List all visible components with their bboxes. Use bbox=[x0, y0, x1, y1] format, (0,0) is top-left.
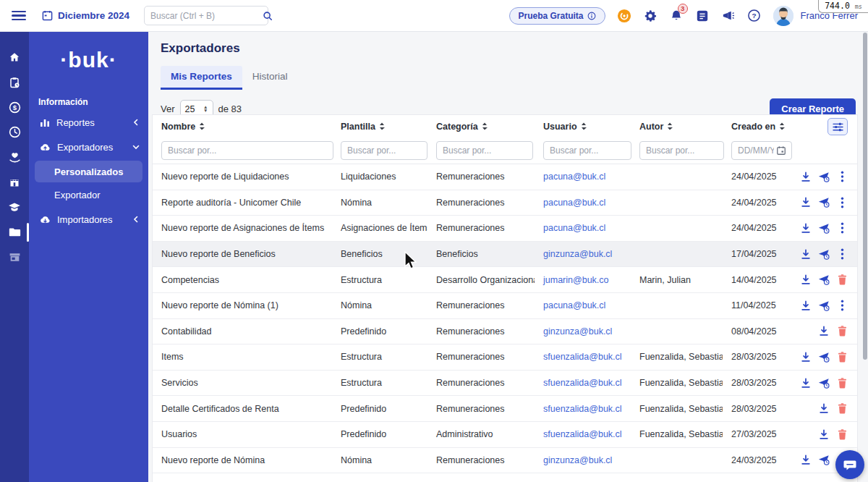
sort-arrows-icon[interactable] bbox=[581, 122, 587, 130]
kebab-menu-icon[interactable] bbox=[836, 222, 848, 234]
sort-arrows-icon[interactable] bbox=[667, 122, 673, 130]
rail-culture-icon[interactable] bbox=[0, 170, 29, 195]
filter-input[interactable] bbox=[341, 141, 427, 160]
delete-trash-icon[interactable] bbox=[836, 326, 848, 337]
tab-historial[interactable]: Historial bbox=[242, 66, 298, 90]
column-header-sort[interactable]: Usuario bbox=[535, 122, 631, 132]
download-icon[interactable] bbox=[800, 351, 812, 363]
rail-files-icon[interactable] bbox=[0, 220, 29, 245]
trial-badge-label: Prueba Gratuita bbox=[519, 11, 584, 21]
sidebar-item-importadores[interactable]: Importadores bbox=[29, 207, 148, 232]
column-settings-button[interactable] bbox=[827, 118, 848, 135]
download-icon[interactable] bbox=[818, 403, 830, 415]
sidebar-item-exportador[interactable]: Exportador bbox=[35, 184, 142, 206]
cell-usuario-link[interactable]: sfuenzalida@buk.cl bbox=[535, 429, 631, 439]
sidebar-item-exportadores[interactable]: Exportadores bbox=[29, 135, 148, 159]
send-schedule-icon[interactable] bbox=[818, 222, 830, 234]
sidebar-item-reportes[interactable]: Reportes bbox=[29, 110, 148, 135]
sidebar-item-label: Importadores bbox=[57, 214, 113, 225]
column-header-sort[interactable]: Nombre bbox=[153, 122, 332, 132]
table-header-row: NombrePlantillaCategoríaUsuarioAutorCrea… bbox=[153, 115, 857, 138]
download-icon[interactable] bbox=[800, 274, 812, 286]
search-icon[interactable] bbox=[263, 11, 273, 21]
send-schedule-icon[interactable] bbox=[818, 454, 830, 466]
chat-fab-button[interactable] bbox=[835, 450, 864, 479]
notifications-bell-icon[interactable]: 3 bbox=[669, 9, 684, 23]
sidebar-item-personalizados[interactable]: Personalizados bbox=[35, 161, 142, 182]
rail-time-icon[interactable] bbox=[0, 120, 29, 145]
cell-usuario-link[interactable]: jumarin@buk.co bbox=[535, 275, 631, 285]
date-filter-input[interactable] bbox=[731, 141, 792, 160]
download-icon[interactable] bbox=[800, 171, 812, 182]
send-schedule-icon[interactable] bbox=[818, 274, 830, 286]
delete-trash-icon[interactable] bbox=[836, 428, 848, 440]
download-icon[interactable] bbox=[800, 454, 812, 466]
column-header-sort[interactable]: Autor bbox=[631, 122, 723, 132]
kebab-menu-icon[interactable] bbox=[836, 300, 848, 311]
main-content: Exportadores Mis Reportes Historial Ver … bbox=[148, 32, 868, 482]
cell-usuario-link[interactable]: sfuenzalida@buk.cl bbox=[535, 378, 631, 388]
delete-trash-icon[interactable] bbox=[836, 377, 848, 389]
page-size-prefix: Ver bbox=[161, 103, 175, 114]
kebab-menu-icon[interactable] bbox=[836, 248, 848, 260]
cell-usuario-link[interactable]: ginzunza@buk.cl bbox=[535, 455, 631, 465]
cell-usuario-link[interactable]: pacuna@buk.cl bbox=[535, 198, 631, 208]
column-header-sort[interactable]: Creado en bbox=[723, 122, 791, 132]
filter-input[interactable] bbox=[436, 141, 533, 160]
vertical-scrollbar[interactable] bbox=[863, 33, 867, 360]
download-icon[interactable] bbox=[800, 248, 812, 260]
send-schedule-icon[interactable] bbox=[818, 197, 830, 208]
download-icon[interactable] bbox=[800, 300, 812, 311]
send-schedule-icon[interactable] bbox=[818, 351, 830, 363]
send-schedule-icon[interactable] bbox=[818, 248, 830, 260]
rail-kiosk-icon[interactable] bbox=[0, 245, 29, 270]
download-icon[interactable] bbox=[818, 428, 830, 440]
cell-usuario-link[interactable]: ginzunza@buk.cl bbox=[535, 326, 631, 337]
settings-gear-icon[interactable] bbox=[643, 9, 658, 23]
global-search[interactable] bbox=[144, 6, 268, 25]
rail-benefits-icon[interactable] bbox=[0, 145, 29, 170]
send-schedule-icon[interactable] bbox=[818, 300, 830, 311]
sort-arrows-icon[interactable] bbox=[482, 122, 488, 130]
user-avatar[interactable] bbox=[773, 6, 793, 26]
sort-arrows-icon[interactable] bbox=[779, 122, 785, 130]
sort-arrows-icon[interactable] bbox=[199, 122, 205, 130]
cell-usuario-link[interactable]: ginzunza@buk.cl bbox=[535, 249, 631, 259]
filter-input[interactable] bbox=[161, 141, 333, 160]
period-selector[interactable]: Diciembre 2024 bbox=[42, 10, 129, 21]
delete-trash-icon[interactable] bbox=[836, 351, 848, 363]
download-icon[interactable] bbox=[818, 326, 830, 337]
delete-trash-icon[interactable] bbox=[836, 403, 848, 415]
cell-usuario-link[interactable]: pacuna@buk.cl bbox=[535, 300, 631, 310]
orange-app-icon[interactable] bbox=[617, 9, 631, 23]
column-header-sort[interactable]: Plantilla bbox=[332, 122, 427, 132]
send-schedule-icon[interactable] bbox=[818, 377, 830, 389]
filter-input[interactable] bbox=[543, 141, 631, 160]
announcements-megaphone-icon[interactable] bbox=[721, 9, 736, 23]
send-schedule-icon[interactable] bbox=[818, 171, 830, 182]
download-icon[interactable] bbox=[800, 197, 812, 208]
sort-arrows-icon[interactable] bbox=[379, 122, 385, 130]
search-input[interactable] bbox=[150, 11, 263, 21]
filter-input[interactable] bbox=[639, 141, 724, 160]
kebab-menu-icon[interactable] bbox=[836, 171, 848, 182]
tab-mis-reportes[interactable]: Mis Reportes bbox=[161, 66, 242, 90]
cell-usuario-link[interactable]: sfuenzalida@buk.cl bbox=[535, 404, 631, 414]
cell-usuario-link[interactable]: pacuna@buk.cl bbox=[535, 172, 631, 182]
cell-autor: Fuenzalida, Sebastian bbox=[631, 404, 723, 414]
download-icon[interactable] bbox=[800, 222, 812, 234]
delete-trash-icon[interactable] bbox=[836, 274, 848, 286]
rail-training-icon[interactable] bbox=[0, 195, 29, 220]
trial-badge[interactable]: Prueba Gratuita bbox=[509, 7, 605, 25]
rail-tasks-icon[interactable] bbox=[0, 70, 29, 96]
cell-usuario-link[interactable]: pacuna@buk.cl bbox=[535, 223, 631, 233]
download-icon[interactable] bbox=[800, 377, 812, 389]
column-header-sort[interactable]: Categoría bbox=[427, 122, 535, 132]
kebab-menu-icon[interactable] bbox=[836, 197, 848, 208]
help-icon[interactable]: ? bbox=[747, 9, 762, 23]
changelog-icon[interactable] bbox=[695, 9, 710, 23]
hamburger-menu-icon[interactable] bbox=[12, 11, 26, 21]
rail-money-icon[interactable]: $ bbox=[0, 95, 29, 120]
rail-home-icon[interactable] bbox=[0, 45, 29, 70]
cell-usuario-link[interactable]: sfuenzalida@buk.cl bbox=[535, 352, 631, 362]
